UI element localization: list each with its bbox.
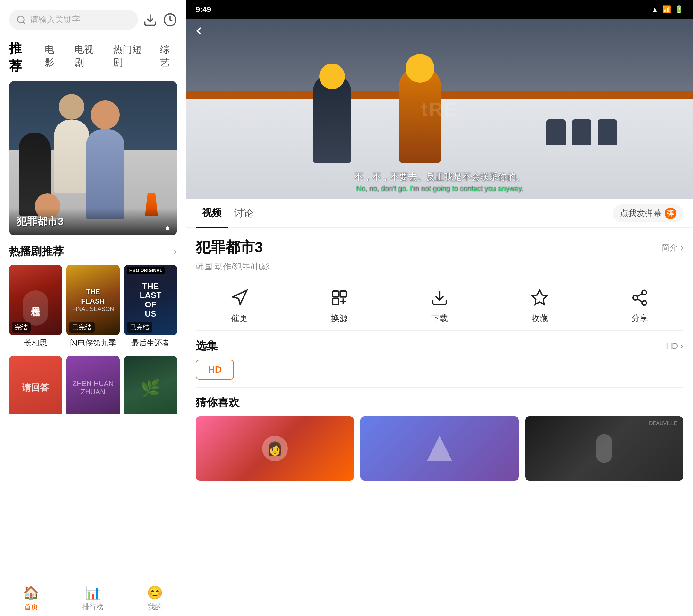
svg-point-10 (633, 296, 637, 300)
nav-label-home: 首页 (24, 602, 38, 612)
home-icon: 🏠 (23, 585, 39, 600)
show-card-img-flash: THEFLASH FINAL SEASON 已完结 (66, 265, 119, 335)
scene-chairs (547, 119, 617, 145)
action-buttons: 催更 换源 下载 (186, 286, 693, 331)
detail-title-row: 犯罪都市3 简介 › (196, 237, 684, 257)
recommend-card-1[interactable]: 👩 (196, 416, 354, 481)
hero-dots (165, 226, 170, 230)
back-button[interactable] (193, 24, 205, 40)
episode-chip[interactable]: HD (196, 360, 234, 380)
download-icon[interactable] (143, 13, 157, 27)
search-bar: 请输入关键字 (0, 0, 186, 36)
dot-1 (165, 226, 170, 230)
tab-movie[interactable]: 电影 (45, 43, 62, 69)
recommend-card-img-3: DEAUVILLE (525, 416, 684, 481)
action-download[interactable]: 下载 (428, 286, 451, 324)
svg-line-13 (637, 294, 642, 296)
show-card-row2-2[interactable]: ZHEN HUANZHUAN (66, 356, 119, 414)
show-grid-row1: 長相思 完结 长相思 THEFLASH FINAL SEASON 已完结 闪电侠… (0, 265, 186, 350)
nav-tabs: 推荐 电影 电视剧 热门短剧 综艺 (0, 36, 186, 81)
show-card-lastofus[interactable]: HBO ORIGINAL THELASTOFUS 已完结 最后生还者 (124, 265, 177, 350)
nav-item-home[interactable]: 🏠 首页 (0, 581, 62, 616)
svg-point-0 (17, 16, 24, 23)
nav-item-mine[interactable]: 😊 我的 (124, 581, 186, 616)
tre-watermark: tRE (421, 98, 458, 120)
recommend-section: 猜你喜欢 👩 (186, 388, 693, 487)
tab-short[interactable]: 热门短剧 (113, 43, 147, 69)
episode-hd-btn[interactable]: HD › (666, 341, 684, 351)
svg-rect-4 (333, 291, 339, 297)
danmu-button[interactable]: 点我发弹幕 弹 (613, 204, 684, 222)
badge-flash: 已完结 (69, 322, 95, 333)
left-panel: 请输入关键字 推荐 电影 电视剧 热门短剧 综艺 (0, 0, 186, 616)
danmu-text: 点我发弹幕 (620, 207, 661, 219)
show-card-flash[interactable]: THEFLASH FINAL SEASON 已完结 闪电侠第九季 (66, 265, 119, 350)
rank-icon: 📊 (85, 585, 101, 600)
tab-recommend[interactable]: 推荐 (9, 39, 32, 75)
status-icons: ▲ 📶 🔋 (651, 5, 684, 14)
show-card-img-changxiangsi: 長相思 完结 (9, 265, 62, 335)
favorite-icon (529, 286, 551, 309)
show-card-name-flash: 闪电侠第九季 (66, 335, 119, 350)
section-hot-arrow[interactable]: › (173, 245, 177, 258)
hd-label: HD (666, 341, 678, 351)
detail-section: 犯罪都市3 简介 › 韩国 动作/犯罪/电影 (186, 228, 693, 286)
tab-discuss[interactable]: 讨论 (228, 199, 260, 228)
nav-item-rank[interactable]: 📊 排行榜 (62, 581, 124, 616)
show-card-changxiangsi[interactable]: 長相思 完结 长相思 (9, 265, 62, 350)
badge-lastofus: 已完结 (127, 322, 152, 333)
svg-line-1 (23, 22, 25, 24)
share-icon (629, 286, 651, 309)
video-player[interactable]: tRE 不，不，不要去。反正我是不会联系你的。 No, no, don't go… (186, 19, 693, 199)
section-hot-title: 热播剧推荐 (9, 244, 63, 259)
action-favorite[interactable]: 收藏 (529, 286, 551, 324)
show-card-img-4: 请回答 (9, 356, 62, 414)
history-icon[interactable] (163, 13, 177, 27)
search-placeholder: 请输入关键字 (30, 14, 80, 25)
show-card-img-5: ZHEN HUANZHUAN (66, 356, 119, 414)
detail-intro-link[interactable]: 简介 › (661, 242, 684, 253)
scene-person-head-1 (319, 63, 345, 89)
section-hot-header: 热播剧推荐 › (0, 235, 186, 265)
source-icon (328, 286, 351, 309)
show-card-row2-3[interactable]: 🌿 (124, 356, 177, 414)
recommend-card-2[interactable] (360, 416, 518, 481)
mine-icon: 😊 (147, 585, 163, 600)
nav-label-mine: 我的 (148, 602, 162, 612)
download-action-icon (428, 286, 451, 309)
intro-arrow-icon: › (680, 242, 684, 253)
action-label-favorite: 收藏 (531, 313, 548, 324)
chair-3 (598, 119, 617, 145)
hero-overlay: 犯罪都市3 (9, 208, 177, 235)
tab-variety[interactable]: 综艺 (160, 43, 177, 69)
svg-marker-8 (532, 290, 547, 304)
show-card-img-6: 🌿 (124, 356, 177, 414)
bottom-nav: 🏠 首页 📊 排行榜 😊 我的 (0, 581, 186, 616)
svg-rect-5 (340, 291, 346, 297)
tab-video[interactable]: 视频 (196, 199, 228, 228)
show-grid-row2: 请回答 ZHEN HUANZHUAN 🌿 (0, 350, 186, 414)
show-card-img-lastofus: HBO ORIGINAL THELASTOFUS 已完结 (124, 265, 177, 335)
show-card-qinghuida[interactable]: 请回答 (9, 356, 62, 414)
badge-changxiangsi: 完结 (12, 322, 31, 333)
search-input-wrap[interactable]: 请输入关键字 (9, 9, 138, 30)
intro-label: 简介 (661, 242, 678, 253)
action-request[interactable]: 催更 (228, 286, 251, 324)
episode-title: 选集 (196, 338, 218, 353)
recommend-card-img-2 (360, 416, 518, 481)
recommend-title: 猜你喜欢 (196, 395, 684, 410)
recommend-card-3[interactable]: DEAUVILLE (525, 416, 684, 481)
show-card-name-lastofus: 最后生还者 (124, 335, 177, 350)
svg-point-9 (642, 290, 647, 295)
action-source[interactable]: 换源 (328, 286, 351, 324)
search-icon (16, 15, 26, 25)
recommend-card-img-1: 👩 (196, 416, 354, 481)
tab-tv[interactable]: 电视剧 (75, 43, 100, 69)
action-share[interactable]: 分享 (629, 286, 651, 324)
svg-rect-6 (333, 298, 339, 304)
hero-banner[interactable]: 犯罪都市3 (9, 81, 177, 235)
chair-2 (572, 119, 591, 145)
action-label-source: 换源 (331, 313, 348, 324)
detail-meta: 韩国 动作/犯罪/电影 (196, 261, 684, 272)
status-time: 9:49 (196, 5, 211, 14)
